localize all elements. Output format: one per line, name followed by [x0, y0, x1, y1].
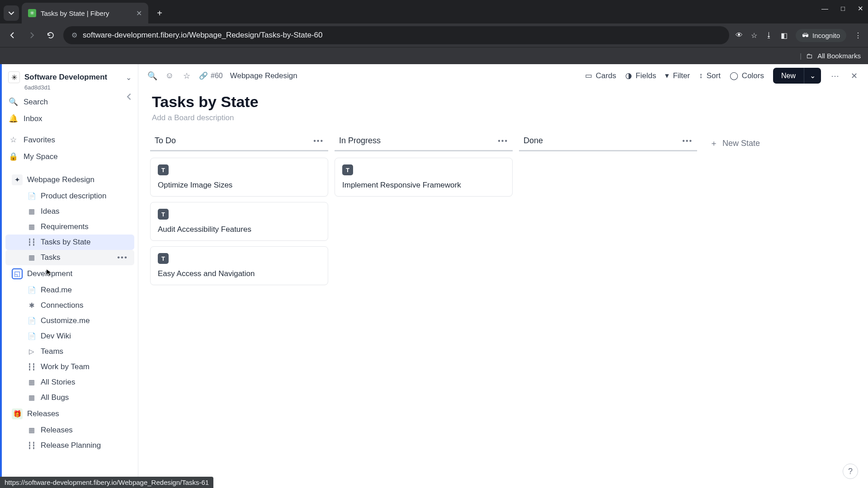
nav-item-release-planning[interactable]: ┇┇Release Planning [5, 438, 134, 453]
side-panel-icon[interactable]: ◧ [781, 31, 788, 40]
task-title: Implement Responsive Framework [342, 181, 505, 190]
column-more-button[interactable]: ••• [498, 137, 508, 145]
nav-item-read.me[interactable]: 📄Read.me [5, 282, 134, 298]
sidebar-inbox[interactable]: 🔔 Inbox [2, 110, 138, 127]
close-window-button[interactable]: ✕ [858, 5, 863, 13]
sidebar-search[interactable]: 🔍 Search [2, 94, 138, 110]
task-card[interactable]: TImplement Responsive Framework [335, 158, 513, 197]
space-webpage-redesign[interactable]: ✦Webpage Redesign [5, 171, 134, 188]
favorite-star-button[interactable]: ☆ [182, 71, 192, 81]
new-button-label: New [773, 68, 804, 84]
column-header[interactable]: In Progress••• [335, 133, 513, 151]
site-settings-icon[interactable]: ⚙ [71, 31, 77, 39]
nav-item-label: Tasks by State [41, 238, 91, 247]
column-header[interactable]: Done••• [519, 133, 697, 151]
nav-item-label: Customize.me [41, 316, 90, 325]
lock-icon: 🔒 [8, 152, 18, 161]
breadcrumb-parent[interactable]: Webpage Redesign [230, 71, 297, 80]
grid-icon: ▦ [27, 253, 36, 262]
task-card[interactable]: TEasy Access and Navigation [150, 246, 328, 285]
nav-item-releases[interactable]: ▦Releases [5, 422, 134, 438]
space-releases[interactable]: 🎁Releases [5, 405, 134, 422]
sidebar-favorites[interactable]: ☆ Favorites [2, 131, 138, 148]
more-menu-button[interactable]: ⋯ [830, 71, 840, 81]
nav-item-tasks[interactable]: ▦Tasks••• [5, 250, 134, 265]
nav-item-product-description[interactable]: 📄Product description [5, 188, 134, 204]
grid-icon: ▦ [27, 222, 36, 231]
new-button-dropdown[interactable]: ⌄ [804, 68, 821, 84]
nav-item-work-by-team[interactable]: ┇┇Work by Team [5, 359, 134, 375]
incognito-badge[interactable]: 🕶 Incognito [796, 29, 846, 42]
bookmark-star-icon[interactable]: ☆ [751, 31, 757, 40]
link-icon: 🔗 [199, 71, 208, 80]
task-type-badge: T [342, 164, 353, 175]
forward-button[interactable] [25, 29, 38, 42]
view-search-button[interactable]: 🔍 [147, 71, 157, 81]
reload-icon [46, 31, 55, 40]
filter-icon: ▾ [665, 71, 669, 80]
cards-icon: ▭ [585, 71, 592, 80]
nav-item-tasks-by-state[interactable]: ┇┇Tasks by State [5, 235, 134, 250]
task-card[interactable]: TOptimize Image Sizes [150, 158, 328, 197]
tab-search-button[interactable] [4, 5, 19, 21]
column-more-button[interactable]: ••• [313, 137, 324, 145]
help-icon: ? [848, 467, 853, 476]
nav-item-requirements[interactable]: ▦Requirements [5, 219, 134, 235]
sidebar: ✳ Software Development ⌄ 6ad8d3d1 🔍 Sear… [2, 64, 138, 488]
close-view-button[interactable]: ✕ [849, 71, 859, 81]
nav-item-customize.me[interactable]: 📄Customize.me [5, 313, 134, 328]
eye-off-icon[interactable]: 👁 [736, 31, 743, 39]
space-development[interactable]: ◱Development [5, 265, 134, 282]
grid-icon: ▦ [27, 207, 36, 216]
sort-button[interactable]: ↕Sort [699, 71, 721, 80]
page-description-placeholder[interactable]: Add a Board description [152, 113, 854, 122]
task-title: Optimize Image Sizes [158, 181, 321, 190]
task-card[interactable]: TAudit Accessibility Features [150, 202, 328, 241]
chevron-down-icon: ⌄ [126, 73, 132, 82]
filter-button[interactable]: ▾Filter [665, 71, 690, 80]
task-type-badge: T [158, 164, 169, 175]
nav-item-label: Teams [41, 347, 63, 356]
page-title[interactable]: Tasks by State [152, 93, 854, 111]
emoji-button[interactable]: ☺ [165, 71, 175, 81]
nav-item-all-bugs[interactable]: ▦All Bugs [5, 390, 134, 405]
nav-item-connections[interactable]: ✱Connections [5, 298, 134, 313]
tab-strip: ✳ Tasks by State | Fibery ✕ + ― □ ✕ [0, 0, 868, 23]
browser-toolbar: ⚙ software-development.fibery.io/Webpage… [0, 23, 868, 47]
help-button[interactable]: ? [843, 464, 858, 479]
browser-tab[interactable]: ✳ Tasks by State | Fibery ✕ [22, 3, 148, 23]
new-tab-button[interactable]: + [152, 5, 167, 21]
downloads-icon[interactable]: ⭳ [765, 31, 773, 39]
kanban-board: To Do•••TOptimize Image SizesTAudit Acce… [138, 125, 868, 299]
nav-item-dev-wiki[interactable]: 📄Dev Wiki [5, 328, 134, 344]
address-bar[interactable]: ⚙ software-development.fibery.io/Webpage… [63, 26, 729, 44]
doc-icon: 📄 [27, 192, 36, 201]
workspace-name: Software Development [24, 73, 107, 82]
fields-button[interactable]: ◑Fields [625, 71, 656, 80]
new-button[interactable]: New ⌄ [773, 68, 821, 84]
cards-toggle[interactable]: ▭Cards [585, 71, 616, 80]
space-label: Releases [27, 409, 59, 418]
sidebar-my-space[interactable]: 🔒 My Space [2, 148, 138, 165]
minimize-button[interactable]: ― [821, 5, 828, 13]
nav-item-ideas[interactable]: ▦Ideas [5, 204, 134, 219]
cube-icon: ◱ [12, 268, 23, 279]
url-text: software-development.fibery.io/Webpage_R… [83, 31, 322, 40]
reload-button[interactable] [44, 29, 57, 42]
colors-button[interactable]: ◯Colors [730, 71, 764, 80]
all-bookmarks-button[interactable]: All Bookmarks [817, 52, 861, 60]
column-header[interactable]: To Do••• [150, 133, 328, 151]
nav-item-more-button[interactable]: ••• [117, 253, 128, 262]
new-state-button[interactable]: ＋New State [703, 134, 766, 152]
breadcrumb-link[interactable]: 🔗 #60 [199, 71, 223, 80]
back-button[interactable] [6, 29, 19, 42]
browser-menu-button[interactable]: ⋮ [854, 31, 862, 40]
maximize-button[interactable]: □ [841, 5, 845, 13]
nav-item-all-stories[interactable]: ▦All Stories [5, 375, 134, 390]
sidebar-favorites-label: Favorites [24, 136, 55, 145]
tab-close-button[interactable]: ✕ [136, 9, 142, 18]
nav-item-label: Work by Team [41, 362, 90, 371]
task-type-badge: T [158, 253, 169, 264]
column-more-button[interactable]: ••• [682, 137, 693, 145]
nav-item-teams[interactable]: ▷Teams [5, 344, 134, 359]
